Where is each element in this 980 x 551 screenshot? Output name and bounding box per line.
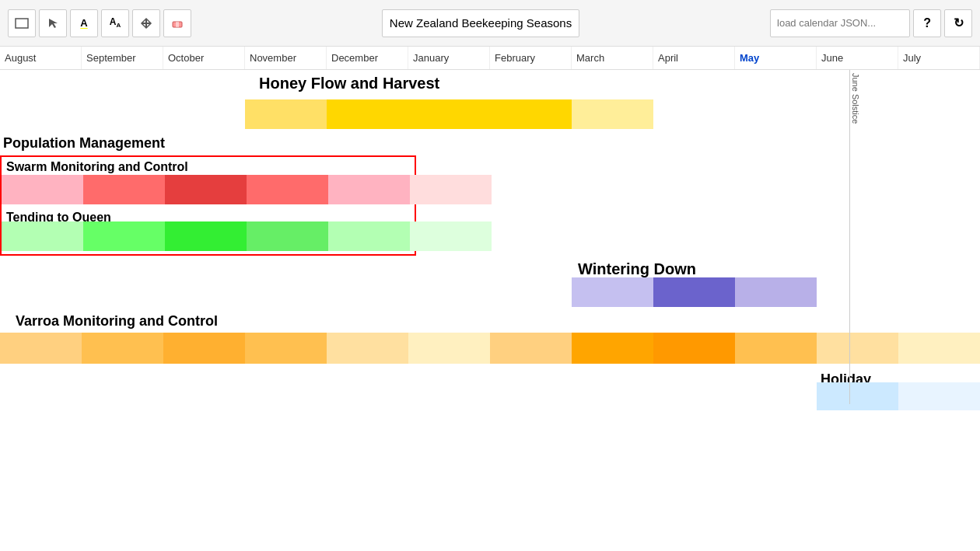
load-json-input[interactable] bbox=[770, 9, 910, 37]
refresh-button[interactable]: ↻ bbox=[944, 9, 972, 37]
population-mgmt-group: Population Management bbox=[0, 132, 980, 155]
bar-segment bbox=[163, 333, 245, 364]
title-input[interactable] bbox=[382, 9, 580, 37]
holiday-group: Holiday bbox=[0, 368, 980, 415]
bar-segment bbox=[898, 382, 980, 410]
bar-segment bbox=[818, 175, 900, 204]
bar-segment bbox=[408, 333, 490, 364]
select-tool-button[interactable] bbox=[8, 9, 36, 37]
queen-bar bbox=[2, 221, 415, 251]
bar-segment bbox=[898, 333, 980, 364]
bar-segment bbox=[245, 277, 327, 307]
bar-segment bbox=[408, 99, 490, 129]
bar-segment bbox=[900, 221, 980, 251]
bar-segment bbox=[655, 175, 737, 204]
month-august: August bbox=[0, 47, 82, 69]
bar-segment bbox=[0, 333, 82, 364]
bar-segment bbox=[490, 99, 572, 129]
svg-rect-0 bbox=[16, 19, 28, 28]
help-button[interactable]: ? bbox=[913, 9, 941, 37]
bar-segment bbox=[245, 99, 327, 129]
bar-segment bbox=[327, 99, 408, 129]
bar-segment bbox=[490, 382, 572, 410]
eraser-button[interactable] bbox=[163, 9, 191, 37]
bar-segment bbox=[163, 277, 245, 307]
bar-segment bbox=[737, 175, 818, 204]
month-october: October bbox=[163, 47, 245, 69]
bar-segment bbox=[165, 221, 247, 251]
swarm-group: Swarm Monitoring and Control bbox=[2, 157, 415, 207]
bar-segment bbox=[735, 277, 817, 307]
bar-segment bbox=[0, 277, 82, 307]
bar-segment bbox=[492, 221, 573, 251]
varroa-label: Varroa Monitoring and Control bbox=[16, 313, 218, 330]
calendar-area: AugustSeptemberOctoberNovemberDecemberJa… bbox=[0, 47, 980, 551]
bar-segment bbox=[0, 99, 82, 129]
bar-segment bbox=[735, 99, 817, 129]
queen-group: Tending to Queen bbox=[2, 207, 415, 254]
bar-segment bbox=[408, 382, 490, 410]
move-button[interactable] bbox=[132, 9, 160, 37]
bar-segment bbox=[163, 99, 245, 129]
bar-segment bbox=[572, 99, 653, 129]
bar-segment bbox=[2, 175, 83, 204]
bar-segment bbox=[82, 333, 163, 364]
bar-segment bbox=[82, 382, 163, 410]
holiday-bar bbox=[0, 382, 980, 410]
honey-flow-bar bbox=[0, 99, 980, 129]
bar-segment bbox=[817, 277, 898, 307]
bar-segment bbox=[83, 221, 165, 251]
month-february: February bbox=[490, 47, 572, 69]
wintering-bar bbox=[0, 277, 980, 307]
month-july: July bbox=[898, 47, 980, 69]
month-november: November bbox=[245, 47, 327, 69]
bar-segment bbox=[900, 175, 980, 204]
month-june: June bbox=[817, 47, 898, 69]
bar-segment bbox=[327, 333, 408, 364]
bar-segment bbox=[898, 277, 980, 307]
bar-segment bbox=[247, 175, 328, 204]
bar-segment bbox=[653, 277, 735, 307]
cursor-tool-button[interactable] bbox=[39, 9, 67, 37]
bar-segment bbox=[572, 333, 653, 364]
bar-segment bbox=[735, 382, 817, 410]
wintering-label: Wintering Down bbox=[578, 260, 696, 278]
bar-segment bbox=[818, 221, 900, 251]
swarm-bar bbox=[2, 175, 415, 204]
content-area: Honey Flow and Harvest Population Manage… bbox=[0, 70, 980, 415]
bar-segment bbox=[653, 333, 735, 364]
wintering-group: Wintering Down bbox=[0, 256, 980, 310]
swarm-label: Swarm Monitoring and Control bbox=[6, 160, 188, 174]
varroa-bar bbox=[0, 333, 980, 364]
month-april: April bbox=[653, 47, 735, 69]
font-size-button[interactable]: AA bbox=[101, 9, 129, 37]
bar-segment bbox=[573, 221, 655, 251]
bar-segment bbox=[490, 277, 572, 307]
bar-segment bbox=[327, 277, 408, 307]
bar-segment bbox=[408, 277, 490, 307]
bar-segment bbox=[737, 221, 818, 251]
bar-segment bbox=[492, 175, 573, 204]
population-mgmt-label: Population Management bbox=[3, 135, 165, 152]
bar-segment bbox=[82, 277, 163, 307]
bar-segment bbox=[247, 221, 328, 251]
month-january: January bbox=[408, 47, 490, 69]
bar-segment bbox=[410, 221, 492, 251]
bar-segment bbox=[83, 175, 165, 204]
bar-segment bbox=[165, 175, 247, 204]
bar-segment bbox=[245, 382, 327, 410]
month-december: December bbox=[327, 47, 408, 69]
bar-segment bbox=[327, 382, 408, 410]
bar-segment bbox=[653, 99, 735, 129]
bar-segment bbox=[573, 175, 655, 204]
bar-segment bbox=[2, 221, 83, 251]
text-color-button[interactable]: A bbox=[70, 9, 98, 37]
swarm-queen-group: Swarm Monitoring and Control Tending to … bbox=[0, 155, 416, 256]
month-header: AugustSeptemberOctoberNovemberDecemberJa… bbox=[0, 47, 980, 70]
bar-segment bbox=[898, 99, 980, 129]
bar-segment bbox=[82, 99, 163, 129]
bar-segment bbox=[328, 175, 410, 204]
bar-segment bbox=[817, 382, 898, 410]
month-september: September bbox=[82, 47, 163, 69]
bar-segment bbox=[328, 221, 410, 251]
